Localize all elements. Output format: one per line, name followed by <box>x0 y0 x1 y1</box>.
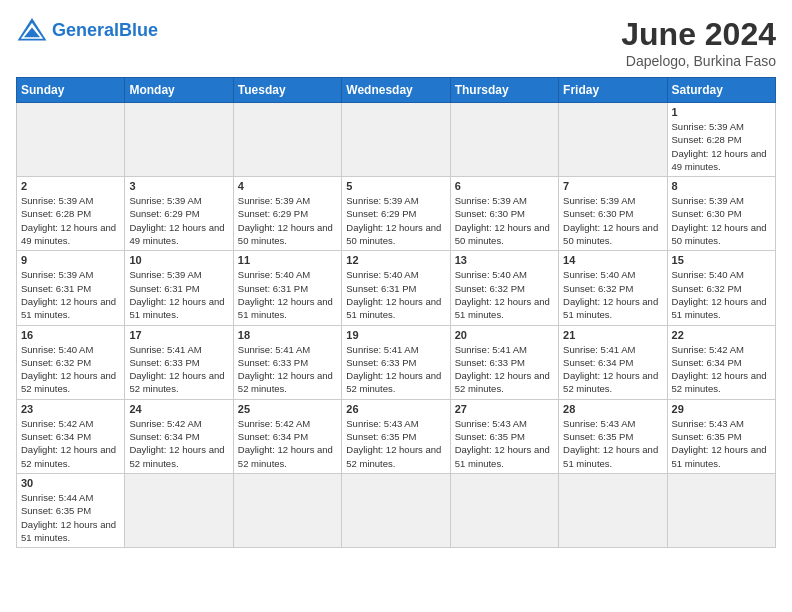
day-info: Sunrise: 5:39 AM Sunset: 6:28 PM Dayligh… <box>672 120 771 173</box>
day-number: 7 <box>563 180 662 192</box>
calendar-cell: 19Sunrise: 5:41 AM Sunset: 6:33 PM Dayli… <box>342 325 450 399</box>
calendar-cell <box>125 473 233 547</box>
calendar-cell: 28Sunrise: 5:43 AM Sunset: 6:35 PM Dayli… <box>559 399 667 473</box>
calendar-cell: 27Sunrise: 5:43 AM Sunset: 6:35 PM Dayli… <box>450 399 558 473</box>
calendar-cell: 2Sunrise: 5:39 AM Sunset: 6:28 PM Daylig… <box>17 177 125 251</box>
day-number: 3 <box>129 180 228 192</box>
day-number: 12 <box>346 254 445 266</box>
day-info: Sunrise: 5:43 AM Sunset: 6:35 PM Dayligh… <box>455 417 554 470</box>
day-info: Sunrise: 5:42 AM Sunset: 6:34 PM Dayligh… <box>129 417 228 470</box>
calendar-cell: 6Sunrise: 5:39 AM Sunset: 6:30 PM Daylig… <box>450 177 558 251</box>
calendar-cell <box>559 473 667 547</box>
day-info: Sunrise: 5:39 AM Sunset: 6:29 PM Dayligh… <box>238 194 337 247</box>
day-info: Sunrise: 5:43 AM Sunset: 6:35 PM Dayligh… <box>346 417 445 470</box>
day-number: 13 <box>455 254 554 266</box>
calendar-cell: 5Sunrise: 5:39 AM Sunset: 6:29 PM Daylig… <box>342 177 450 251</box>
weekday-header-friday: Friday <box>559 78 667 103</box>
calendar-cell: 18Sunrise: 5:41 AM Sunset: 6:33 PM Dayli… <box>233 325 341 399</box>
day-number: 24 <box>129 403 228 415</box>
day-number: 9 <box>21 254 120 266</box>
day-info: Sunrise: 5:39 AM Sunset: 6:29 PM Dayligh… <box>129 194 228 247</box>
day-number: 17 <box>129 329 228 341</box>
calendar-cell: 8Sunrise: 5:39 AM Sunset: 6:30 PM Daylig… <box>667 177 775 251</box>
weekday-header-monday: Monday <box>125 78 233 103</box>
day-info: Sunrise: 5:40 AM Sunset: 6:32 PM Dayligh… <box>21 343 120 396</box>
weekday-header-tuesday: Tuesday <box>233 78 341 103</box>
calendar-cell: 7Sunrise: 5:39 AM Sunset: 6:30 PM Daylig… <box>559 177 667 251</box>
calendar-cell: 3Sunrise: 5:39 AM Sunset: 6:29 PM Daylig… <box>125 177 233 251</box>
calendar-cell <box>17 103 125 177</box>
day-info: Sunrise: 5:43 AM Sunset: 6:35 PM Dayligh… <box>672 417 771 470</box>
page-header: GeneralBlue June 2024 Dapelogo, Burkina … <box>16 16 776 69</box>
day-number: 28 <box>563 403 662 415</box>
week-row-3: 9Sunrise: 5:39 AM Sunset: 6:31 PM Daylig… <box>17 251 776 325</box>
day-info: Sunrise: 5:42 AM Sunset: 6:34 PM Dayligh… <box>238 417 337 470</box>
calendar-cell: 15Sunrise: 5:40 AM Sunset: 6:32 PM Dayli… <box>667 251 775 325</box>
calendar-cell <box>233 103 341 177</box>
calendar-cell: 13Sunrise: 5:40 AM Sunset: 6:32 PM Dayli… <box>450 251 558 325</box>
logo: GeneralBlue <box>16 16 158 44</box>
calendar-cell: 10Sunrise: 5:39 AM Sunset: 6:31 PM Dayli… <box>125 251 233 325</box>
header-row: SundayMondayTuesdayWednesdayThursdayFrid… <box>17 78 776 103</box>
weekday-header-thursday: Thursday <box>450 78 558 103</box>
calendar-cell <box>125 103 233 177</box>
day-number: 19 <box>346 329 445 341</box>
day-number: 15 <box>672 254 771 266</box>
title-block: June 2024 Dapelogo, Burkina Faso <box>621 16 776 69</box>
day-number: 18 <box>238 329 337 341</box>
calendar-cell: 14Sunrise: 5:40 AM Sunset: 6:32 PM Dayli… <box>559 251 667 325</box>
calendar-cell: 29Sunrise: 5:43 AM Sunset: 6:35 PM Dayli… <box>667 399 775 473</box>
day-info: Sunrise: 5:39 AM Sunset: 6:29 PM Dayligh… <box>346 194 445 247</box>
day-number: 8 <box>672 180 771 192</box>
calendar-cell: 16Sunrise: 5:40 AM Sunset: 6:32 PM Dayli… <box>17 325 125 399</box>
day-info: Sunrise: 5:41 AM Sunset: 6:33 PM Dayligh… <box>346 343 445 396</box>
day-number: 6 <box>455 180 554 192</box>
day-number: 11 <box>238 254 337 266</box>
calendar-cell: 21Sunrise: 5:41 AM Sunset: 6:34 PM Dayli… <box>559 325 667 399</box>
logo-icon <box>16 16 48 44</box>
calendar-cell: 12Sunrise: 5:40 AM Sunset: 6:31 PM Dayli… <box>342 251 450 325</box>
weekday-header-sunday: Sunday <box>17 78 125 103</box>
day-number: 4 <box>238 180 337 192</box>
calendar-cell: 1Sunrise: 5:39 AM Sunset: 6:28 PM Daylig… <box>667 103 775 177</box>
calendar-cell <box>450 103 558 177</box>
day-info: Sunrise: 5:40 AM Sunset: 6:32 PM Dayligh… <box>563 268 662 321</box>
calendar-cell: 26Sunrise: 5:43 AM Sunset: 6:35 PM Dayli… <box>342 399 450 473</box>
day-number: 20 <box>455 329 554 341</box>
day-number: 26 <box>346 403 445 415</box>
calendar-cell: 4Sunrise: 5:39 AM Sunset: 6:29 PM Daylig… <box>233 177 341 251</box>
day-info: Sunrise: 5:44 AM Sunset: 6:35 PM Dayligh… <box>21 491 120 544</box>
calendar-cell: 22Sunrise: 5:42 AM Sunset: 6:34 PM Dayli… <box>667 325 775 399</box>
day-info: Sunrise: 5:39 AM Sunset: 6:31 PM Dayligh… <box>129 268 228 321</box>
calendar-cell: 24Sunrise: 5:42 AM Sunset: 6:34 PM Dayli… <box>125 399 233 473</box>
day-info: Sunrise: 5:40 AM Sunset: 6:32 PM Dayligh… <box>672 268 771 321</box>
day-info: Sunrise: 5:39 AM Sunset: 6:28 PM Dayligh… <box>21 194 120 247</box>
weekday-header-saturday: Saturday <box>667 78 775 103</box>
location: Dapelogo, Burkina Faso <box>621 53 776 69</box>
calendar-cell <box>342 103 450 177</box>
week-row-4: 16Sunrise: 5:40 AM Sunset: 6:32 PM Dayli… <box>17 325 776 399</box>
calendar-cell: 23Sunrise: 5:42 AM Sunset: 6:34 PM Dayli… <box>17 399 125 473</box>
calendar-cell: 11Sunrise: 5:40 AM Sunset: 6:31 PM Dayli… <box>233 251 341 325</box>
month-title: June 2024 <box>621 16 776 53</box>
calendar-cell <box>559 103 667 177</box>
day-number: 10 <box>129 254 228 266</box>
day-info: Sunrise: 5:41 AM Sunset: 6:34 PM Dayligh… <box>563 343 662 396</box>
logo-text: GeneralBlue <box>52 20 158 41</box>
week-row-1: 1Sunrise: 5:39 AM Sunset: 6:28 PM Daylig… <box>17 103 776 177</box>
calendar-cell: 25Sunrise: 5:42 AM Sunset: 6:34 PM Dayli… <box>233 399 341 473</box>
day-info: Sunrise: 5:40 AM Sunset: 6:31 PM Dayligh… <box>346 268 445 321</box>
week-row-5: 23Sunrise: 5:42 AM Sunset: 6:34 PM Dayli… <box>17 399 776 473</box>
day-info: Sunrise: 5:42 AM Sunset: 6:34 PM Dayligh… <box>21 417 120 470</box>
weekday-header-wednesday: Wednesday <box>342 78 450 103</box>
day-info: Sunrise: 5:43 AM Sunset: 6:35 PM Dayligh… <box>563 417 662 470</box>
day-info: Sunrise: 5:40 AM Sunset: 6:31 PM Dayligh… <box>238 268 337 321</box>
day-info: Sunrise: 5:41 AM Sunset: 6:33 PM Dayligh… <box>129 343 228 396</box>
day-number: 27 <box>455 403 554 415</box>
day-info: Sunrise: 5:40 AM Sunset: 6:32 PM Dayligh… <box>455 268 554 321</box>
calendar-cell <box>667 473 775 547</box>
day-info: Sunrise: 5:39 AM Sunset: 6:30 PM Dayligh… <box>563 194 662 247</box>
day-number: 29 <box>672 403 771 415</box>
week-row-6: 30Sunrise: 5:44 AM Sunset: 6:35 PM Dayli… <box>17 473 776 547</box>
calendar-table: SundayMondayTuesdayWednesdayThursdayFrid… <box>16 77 776 548</box>
